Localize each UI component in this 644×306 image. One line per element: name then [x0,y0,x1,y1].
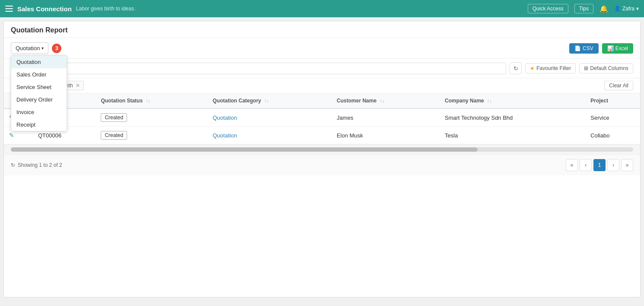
remove-filter-button[interactable]: ✕ [76,83,80,89]
company-name-cell: Smart Technology Sdn Bhd [440,108,585,127]
active-filters-bar: Date Range : This Month ✕ Clear All [4,78,640,93]
horizontal-scrollbar[interactable] [4,144,640,154]
toolbar-right: 📄 CSV 📊 Excel [569,43,633,54]
dropdown-selected-label: Quotation [16,45,40,51]
report-type-dropdown[interactable]: Quotation ▾ [11,42,48,54]
category-cell: Quotation [207,127,332,144]
status-cell: Created [96,127,207,144]
search-filter-bar: ↻ ★ Favourite Filter ⊞ Default Columns [4,59,640,78]
pagination-page-1-button[interactable]: 1 [593,159,606,171]
favourite-filter-button[interactable]: ★ Favourite Filter [525,63,576,73]
customer-name-cell: James [332,108,440,127]
table-body: ✎ QT00005 Created Quotation James Smart … [4,108,640,144]
clear-all-filters-button[interactable]: Clear All [604,81,633,90]
status-badge: Created [101,131,127,140]
default-columns-button[interactable]: ⊞ Default Columns [579,63,633,73]
user-menu[interactable]: 👤 Zafra ▾ [614,6,639,12]
app-brand: Sales Connection [17,5,72,13]
edit-icon[interactable]: ✎ [9,132,14,139]
user-name: Zafra [622,6,634,12]
category-cell: Quotation [207,108,332,127]
excel-export-button[interactable]: 📊 Excel [602,43,633,54]
columns-icon: ⊞ [584,65,588,71]
category-link[interactable]: Quotation [213,115,237,121]
col-quotation-category[interactable]: Quotation Category ↑↓ [207,93,332,108]
table-row: ✎ QT00005 Created Quotation James Smart … [4,108,640,127]
refresh-icon: ↻ [513,65,518,72]
page-container: Quotation Report Quotation ▾ 3 Quotation… [3,21,641,297]
bell-icon[interactable]: 🔔 [599,5,608,13]
star-icon: ★ [530,65,535,71]
category-link[interactable]: Quotation [213,132,237,139]
sort-icon-quotation-status[interactable]: ↑↓ [146,98,150,103]
refresh-small-icon[interactable]: ↻ [11,162,15,168]
col-quotation-status[interactable]: Quotation Status ↑↓ [96,93,207,108]
pagination-controls: « ‹ 1 › » [566,159,633,171]
data-table: on No ↑↓ Quotation Status ↑↓ Quotation C… [4,93,640,144]
sort-icon-customer-name[interactable]: ↑↓ [379,98,384,103]
pagination-last-button[interactable]: » [621,159,633,171]
dropdown-item-service-sheet[interactable]: Service Sheet [11,81,67,93]
data-table-container: on No ↑↓ Quotation Status ↑↓ Quotation C… [4,93,640,144]
scrollbar-track [11,147,633,152]
pagination-prev-button[interactable]: ‹ [580,159,592,171]
csv-export-button[interactable]: 📄 CSV [569,43,599,54]
dropdown-item-quotation[interactable]: Quotation [11,56,67,68]
hamburger-menu[interactable] [5,6,13,12]
user-chevron-icon: ▾ [636,6,639,12]
col-company-name[interactable]: Company Name ↑↓ [440,93,585,108]
badge-count: 3 [52,44,61,53]
table-header-row: on No ↑↓ Quotation Status ↑↓ Quotation C… [4,93,640,108]
scrollbar-thumb[interactable] [11,147,478,152]
pagination-bar: ↻ Showing 1 to 2 of 2 « ‹ 1 › » [4,154,640,175]
dropdown-chevron-icon: ▾ [41,46,44,51]
page-header: Quotation Report [4,21,640,38]
pagination-first-button[interactable]: « [566,159,578,171]
dropdown-item-delivery-order[interactable]: Delivery Order [11,93,67,106]
excel-icon: 📊 [607,45,614,51]
search-input[interactable] [11,63,506,74]
csv-icon: 📄 [574,45,581,51]
company-name-cell: Tesla [440,127,585,144]
toolbar: Quotation ▾ 3 Quotation Sales Order Serv… [4,38,640,59]
report-type-dropdown-menu: Quotation Sales Order Service Sheet Deli… [11,55,67,131]
pagination-next-button[interactable]: › [607,159,619,171]
tips-button[interactable]: Tips [574,4,593,13]
status-cell: Created [96,108,207,127]
top-navigation: Sales Connection Labor gives birth to id… [0,0,644,17]
table-row: ✎ QT00006 Created Quotation Elon Musk Te… [4,127,640,144]
col-project: Project [585,93,640,108]
page-title: Quotation Report [11,26,633,34]
app-tagline: Labor gives birth to ideas. [76,6,135,12]
pagination-showing-text: ↻ Showing 1 to 2 of 2 [11,162,62,168]
sort-icon-quotation-category[interactable]: ↑↓ [264,98,269,103]
project-cell: Service [585,108,640,127]
customer-name-cell: Elon Musk [332,127,440,144]
status-badge: Created [101,113,127,122]
quick-access-button[interactable]: Quick Access [528,4,568,13]
dropdown-item-invoice[interactable]: Invoice [11,106,67,118]
toolbar-left: Quotation ▾ 3 Quotation Sales Order Serv… [11,42,61,54]
project-cell: Collabo [585,127,640,144]
dropdown-item-receipt[interactable]: Receipt [11,118,67,131]
col-customer-name[interactable]: Customer Name ↑↓ [332,93,440,108]
refresh-button[interactable]: ↻ [510,62,522,74]
dropdown-item-sales-order[interactable]: Sales Order [11,68,67,81]
user-icon: 👤 [614,6,621,12]
sort-icon-company-name[interactable]: ↑↓ [487,98,492,103]
topnav-right: Quick Access Tips 🔔 👤 Zafra ▾ [528,4,639,13]
